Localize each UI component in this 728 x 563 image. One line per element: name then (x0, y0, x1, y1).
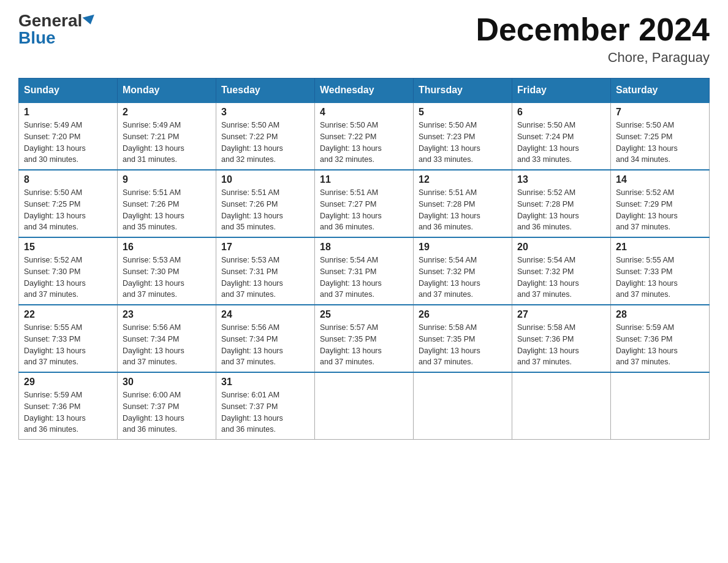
day-number: 19 (419, 242, 507, 253)
day-number: 9 (123, 174, 211, 185)
day-of-week-header: Friday (512, 79, 611, 103)
calendar-day-cell: 20 Sunrise: 5:54 AM Sunset: 7:32 PM Dayl… (512, 237, 611, 305)
calendar-table: SundayMondayTuesdayWednesdayThursdayFrid… (18, 78, 710, 440)
day-info: Sunrise: 5:59 AM Sunset: 7:36 PM Dayligh… (24, 389, 112, 435)
calendar-day-cell: 18 Sunrise: 5:54 AM Sunset: 7:31 PM Dayl… (315, 237, 414, 305)
day-number: 11 (320, 174, 408, 185)
day-info: Sunrise: 5:52 AM Sunset: 7:29 PM Dayligh… (616, 187, 704, 233)
logo: General Blue (18, 12, 96, 47)
day-number: 31 (221, 377, 309, 388)
calendar-day-cell: 3 Sunrise: 5:50 AM Sunset: 7:22 PM Dayli… (216, 102, 315, 170)
calendar-day-cell: 24 Sunrise: 5:56 AM Sunset: 7:34 PM Dayl… (216, 305, 315, 372)
logo-general-text: General (18, 12, 82, 29)
day-info: Sunrise: 5:51 AM Sunset: 7:27 PM Dayligh… (320, 187, 408, 233)
day-number: 29 (24, 377, 112, 388)
day-number: 25 (320, 309, 408, 320)
day-number: 24 (221, 309, 309, 320)
calendar-day-cell: 11 Sunrise: 5:51 AM Sunset: 7:27 PM Dayl… (315, 170, 414, 237)
title-block: December 2024 Chore, Paraguay (476, 12, 710, 66)
day-info: Sunrise: 5:52 AM Sunset: 7:30 PM Dayligh… (24, 255, 112, 301)
day-number: 2 (123, 107, 211, 118)
day-number: 22 (24, 309, 112, 320)
calendar-day-cell: 14 Sunrise: 5:52 AM Sunset: 7:29 PM Dayl… (611, 170, 710, 237)
calendar-day-cell: 6 Sunrise: 5:50 AM Sunset: 7:24 PM Dayli… (512, 102, 611, 170)
day-number: 13 (517, 174, 605, 185)
calendar-day-cell: 22 Sunrise: 5:55 AM Sunset: 7:33 PM Dayl… (19, 305, 118, 372)
day-info: Sunrise: 5:53 AM Sunset: 7:31 PM Dayligh… (221, 255, 309, 301)
calendar-day-cell: 29 Sunrise: 5:59 AM Sunset: 7:36 PM Dayl… (19, 372, 118, 440)
day-number: 27 (517, 309, 605, 320)
day-info: Sunrise: 5:50 AM Sunset: 7:22 PM Dayligh… (221, 120, 309, 166)
day-number: 26 (419, 309, 507, 320)
day-number: 1 (24, 107, 112, 118)
calendar-day-cell: 5 Sunrise: 5:50 AM Sunset: 7:23 PM Dayli… (414, 102, 512, 170)
day-number: 17 (221, 242, 309, 253)
day-number: 6 (517, 107, 605, 118)
logo-triangle-icon (83, 15, 97, 26)
calendar-day-cell: 9 Sunrise: 5:51 AM Sunset: 7:26 PM Dayli… (118, 170, 216, 237)
calendar-week-row: 8 Sunrise: 5:50 AM Sunset: 7:25 PM Dayli… (19, 170, 710, 237)
day-info: Sunrise: 5:50 AM Sunset: 7:25 PM Dayligh… (616, 120, 704, 166)
day-info: Sunrise: 5:58 AM Sunset: 7:35 PM Dayligh… (419, 322, 507, 368)
calendar-day-cell: 15 Sunrise: 5:52 AM Sunset: 7:30 PM Dayl… (19, 237, 118, 305)
location-label: Chore, Paraguay (476, 50, 710, 66)
calendar-day-cell (414, 372, 512, 440)
day-number: 5 (419, 107, 507, 118)
day-number: 12 (419, 174, 507, 185)
calendar-day-cell: 28 Sunrise: 5:59 AM Sunset: 7:36 PM Dayl… (611, 305, 710, 372)
day-info: Sunrise: 5:54 AM Sunset: 7:31 PM Dayligh… (320, 255, 408, 301)
day-number: 18 (320, 242, 408, 253)
calendar-week-row: 15 Sunrise: 5:52 AM Sunset: 7:30 PM Dayl… (19, 237, 710, 305)
day-info: Sunrise: 5:50 AM Sunset: 7:24 PM Dayligh… (517, 120, 605, 166)
day-number: 14 (616, 174, 704, 185)
day-info: Sunrise: 5:55 AM Sunset: 7:33 PM Dayligh… (616, 255, 704, 301)
day-number: 28 (616, 309, 704, 320)
day-number: 8 (24, 174, 112, 185)
calendar-week-row: 29 Sunrise: 5:59 AM Sunset: 7:36 PM Dayl… (19, 372, 710, 440)
day-number: 23 (123, 309, 211, 320)
calendar-day-cell: 4 Sunrise: 5:50 AM Sunset: 7:22 PM Dayli… (315, 102, 414, 170)
calendar-day-cell: 27 Sunrise: 5:58 AM Sunset: 7:36 PM Dayl… (512, 305, 611, 372)
calendar-day-cell: 7 Sunrise: 5:50 AM Sunset: 7:25 PM Dayli… (611, 102, 710, 170)
calendar-day-cell: 23 Sunrise: 5:56 AM Sunset: 7:34 PM Dayl… (118, 305, 216, 372)
day-of-week-header: Thursday (414, 79, 512, 103)
calendar-week-row: 22 Sunrise: 5:55 AM Sunset: 7:33 PM Dayl… (19, 305, 710, 372)
day-number: 3 (221, 107, 309, 118)
day-info: Sunrise: 5:51 AM Sunset: 7:26 PM Dayligh… (123, 187, 211, 233)
calendar-day-cell: 17 Sunrise: 5:53 AM Sunset: 7:31 PM Dayl… (216, 237, 315, 305)
day-info: Sunrise: 6:00 AM Sunset: 7:37 PM Dayligh… (123, 389, 211, 435)
day-info: Sunrise: 5:59 AM Sunset: 7:36 PM Dayligh… (616, 322, 704, 368)
day-info: Sunrise: 5:50 AM Sunset: 7:22 PM Dayligh… (320, 120, 408, 166)
day-info: Sunrise: 5:54 AM Sunset: 7:32 PM Dayligh… (517, 255, 605, 301)
day-number: 15 (24, 242, 112, 253)
day-number: 4 (320, 107, 408, 118)
day-info: Sunrise: 5:57 AM Sunset: 7:35 PM Dayligh… (320, 322, 408, 368)
day-number: 30 (123, 377, 211, 388)
calendar-day-cell: 21 Sunrise: 5:55 AM Sunset: 7:33 PM Dayl… (611, 237, 710, 305)
day-info: Sunrise: 5:56 AM Sunset: 7:34 PM Dayligh… (221, 322, 309, 368)
day-info: Sunrise: 6:01 AM Sunset: 7:37 PM Dayligh… (221, 389, 309, 435)
calendar-day-cell: 8 Sunrise: 5:50 AM Sunset: 7:25 PM Dayli… (19, 170, 118, 237)
day-info: Sunrise: 5:58 AM Sunset: 7:36 PM Dayligh… (517, 322, 605, 368)
logo-blue-text: Blue (18, 29, 56, 47)
calendar-day-cell (512, 372, 611, 440)
day-info: Sunrise: 5:54 AM Sunset: 7:32 PM Dayligh… (419, 255, 507, 301)
day-number: 21 (616, 242, 704, 253)
day-info: Sunrise: 5:49 AM Sunset: 7:21 PM Dayligh… (123, 120, 211, 166)
day-number: 7 (616, 107, 704, 118)
page-header: General Blue December 2024 Chore, Paragu… (18, 12, 710, 66)
calendar-day-cell: 10 Sunrise: 5:51 AM Sunset: 7:26 PM Dayl… (216, 170, 315, 237)
day-of-week-header: Wednesday (315, 79, 414, 103)
calendar-day-cell: 13 Sunrise: 5:52 AM Sunset: 7:28 PM Dayl… (512, 170, 611, 237)
calendar-day-cell (315, 372, 414, 440)
calendar-day-cell (611, 372, 710, 440)
calendar-day-cell: 1 Sunrise: 5:49 AM Sunset: 7:20 PM Dayli… (19, 102, 118, 170)
day-of-week-header: Saturday (611, 79, 710, 103)
calendar-day-cell: 12 Sunrise: 5:51 AM Sunset: 7:28 PM Dayl… (414, 170, 512, 237)
day-number: 10 (221, 174, 309, 185)
calendar-day-cell: 31 Sunrise: 6:01 AM Sunset: 7:37 PM Dayl… (216, 372, 315, 440)
month-title: December 2024 (476, 12, 710, 47)
day-info: Sunrise: 5:53 AM Sunset: 7:30 PM Dayligh… (123, 255, 211, 301)
calendar-day-cell: 26 Sunrise: 5:58 AM Sunset: 7:35 PM Dayl… (414, 305, 512, 372)
calendar-day-cell: 19 Sunrise: 5:54 AM Sunset: 7:32 PM Dayl… (414, 237, 512, 305)
